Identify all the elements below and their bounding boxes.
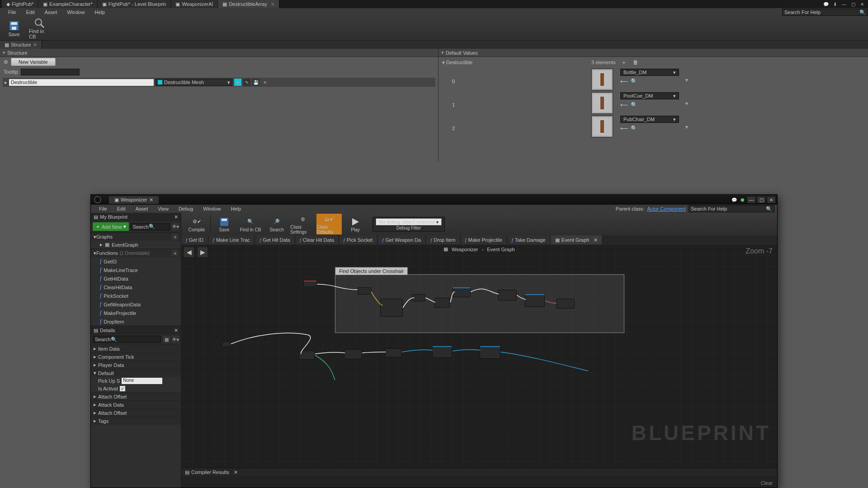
graph-node[interactable] [380,299,403,317]
graph-node[interactable] [385,348,402,357]
parent-class-link[interactable]: Actor Component [647,206,686,211]
menu-help[interactable]: Help [90,9,109,16]
bp-search-button[interactable]: 🔎Search [264,214,289,235]
bp-help-search[interactable]: Search For Help🔍 [689,205,774,212]
menu-edit[interactable]: Edit [22,9,39,16]
chevron-right-icon[interactable]: ▸ [5,80,7,85]
graph-tab[interactable]: fTake Damage [507,235,551,244]
editable-toggle[interactable]: ✎ [243,79,250,86]
bp-save-button[interactable]: Save [212,214,237,235]
add-graph-button[interactable]: ＋ [172,234,178,240]
pickup-sound-input[interactable]: None [122,378,162,384]
debug-object-dropdown[interactable]: No debug object selected ▾ [376,218,442,225]
close-button[interactable]: ✕ [859,1,865,7]
save-button[interactable]: Save [4,18,24,39]
close-icon[interactable]: ✕ [149,197,153,203]
graph-node[interactable] [344,349,362,359]
browse-to-button[interactable]: 🔍 [630,78,637,85]
source-icon[interactable]: ⬇ [832,1,838,7]
function-item[interactable]: fGetID [91,257,181,266]
is-activated-checkbox[interactable]: ✔ [120,386,125,391]
bp-titlebar[interactable]: ▣Weaponizer✕ 💬 ⬢ — ▢ ✕ [91,195,777,205]
structure-header[interactable]: ▾Structure [0,49,438,57]
new-variable-button[interactable]: New Variable [11,58,56,66]
graph-tab[interactable]: fGet Hit Data [255,235,295,244]
variable-type-dropdown[interactable]: Destructible Mesh▾ [156,79,232,86]
menu-file[interactable]: File [4,9,21,16]
graph-node[interactable] [557,299,575,309]
cat-item-data[interactable]: ▸Item Data [91,344,181,352]
graph-tab[interactable]: fGet ID [181,235,208,244]
savegame-toggle[interactable]: 💾 [252,79,259,86]
graph-comment-title[interactable]: Find Objects under Crosshair [335,267,408,275]
graph-tab[interactable]: fGet Weapon Da [377,235,426,244]
source-control-icon[interactable]: ⬢ [739,197,745,202]
graphs-section[interactable]: ▾Graphs＋ [91,232,181,241]
notify-icon[interactable]: 💬 [731,197,737,202]
browse-to-button[interactable]: 🔍 [630,125,637,132]
myblueprint-search[interactable]: Search🔍 [131,223,170,230]
event-graph-canvas[interactable]: ◀ ▶ ▦ Weaponizer › Event Graph Zoom -7 B… [181,244,777,468]
notify-icon[interactable]: 💬 [823,1,829,7]
bp-menu-view[interactable]: View [153,205,173,212]
bp-menu-asset[interactable]: Asset [131,205,153,212]
cat-tags[interactable]: ▸Tags [91,417,181,425]
default-values-header[interactable]: ▾Default Values [439,49,868,57]
graph-node[interactable] [358,287,371,295]
details-search[interactable]: Search🔍 [93,336,161,343]
minimize-button[interactable]: — [747,197,755,203]
element-menu-button[interactable]: ▾ [684,116,691,130]
asset-thumbnail[interactable] [591,116,613,137]
event-graph-item[interactable]: ▸▦EventGraph [91,241,181,249]
class-defaults-button[interactable]: 🗂✔Class Defaults [316,214,342,235]
chevron-down-icon[interactable]: ▾ [442,60,445,66]
app-tab-levelbp[interactable]: ▣FightPub* - Level Blueprin [98,0,171,8]
app-tab-destructiblearray[interactable]: ▦DestructibleArray✕ [218,0,279,8]
graph-node[interactable] [222,342,231,347]
class-settings-button[interactable]: ⚙Class Settings [290,214,316,235]
view-options-button[interactable]: 👁▾ [172,223,179,230]
function-item[interactable]: fClearHitData [91,283,181,291]
cat-component-tick[interactable]: ▸Component Tick [91,352,181,361]
add-element-button[interactable]: ＋ [620,59,627,66]
graph-breadcrumb[interactable]: ▦ Weaponizer › Event Graph [181,246,777,252]
maximize-button[interactable]: ▢ [757,197,765,203]
bp-menu-help[interactable]: Help [226,205,245,212]
graph-node[interactable] [412,294,425,301]
element-menu-button[interactable]: ▾ [684,69,691,83]
asset-reference-dropdown[interactable]: Bottle_DM▾ [620,69,679,76]
cat-player-data[interactable]: ▸Player Data [91,361,181,369]
function-item[interactable]: fGetHitData [91,274,181,283]
find-in-cb-button[interactable]: Find in CB [29,18,50,39]
graph-node[interactable] [480,346,500,359]
tab-event-graph[interactable]: ▦Event Graph✕ [551,235,603,244]
graph-node[interactable] [453,287,471,297]
function-item[interactable]: fDropItem [91,317,181,326]
asset-thumbnail[interactable] [591,92,613,114]
browse-to-button[interactable]: 🔍 [630,101,637,108]
functions-section[interactable]: ▾Functions(1 Overridable)＋ [91,249,181,257]
bp-menu-window[interactable]: Window [198,205,225,212]
bp-menu-debug[interactable]: Debug [174,205,198,212]
details-tab[interactable]: ▤Details✕ [91,326,181,334]
cat-default[interactable]: ▾Default [91,369,181,377]
close-button[interactable]: ✕ [767,197,775,203]
maximize-button[interactable]: ▢ [850,1,856,7]
clear-array-button[interactable]: 🗑 [632,59,639,66]
function-item[interactable]: fMakeProjectile [91,309,181,317]
element-menu-button[interactable]: ▾ [684,92,691,107]
function-item[interactable]: fMakeLineTrace [91,266,181,274]
function-item[interactable]: fGetWeaponData [91,300,181,309]
graph-tab[interactable]: fDrop Item [426,235,460,244]
use-selected-button[interactable]: ⟵ [620,125,627,132]
graph-tab[interactable]: fClear Hit Data [295,235,339,244]
delete-variable-button[interactable]: ✕ [261,79,269,86]
graph-node[interactable] [498,290,517,300]
structure-tab[interactable]: ▦Structure✕ [0,41,42,49]
asset-reference-dropdown[interactable]: PoolCue_DM▾ [620,92,679,99]
graph-node[interactable] [432,346,452,358]
menu-asset[interactable]: Asset [40,9,62,16]
my-blueprint-tab[interactable]: ▤My Blueprint✕ [91,213,181,221]
graph-tab[interactable]: fPick Socket [339,235,378,244]
use-selected-button[interactable]: ⟵ [620,78,627,85]
